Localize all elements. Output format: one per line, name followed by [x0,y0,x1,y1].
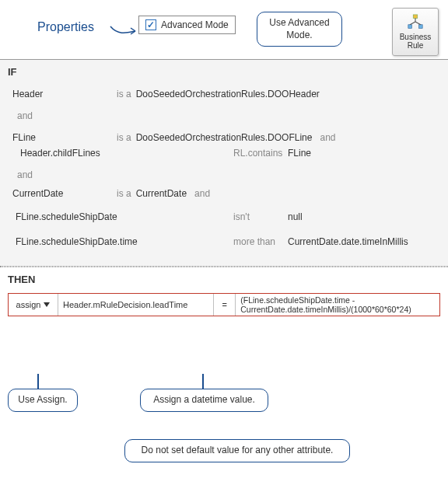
callout-use-assign: Use Assign. [8,389,78,412]
callout-assign-datetime: Assign a datetime value. [140,389,268,412]
advanced-mode-checkbox[interactable]: ✓ Advanced Mode [138,16,236,34]
and-inline: and [320,132,335,143]
cond-op: isn't [233,211,250,222]
cond-var: FLine [8,132,117,143]
and-separator: and [8,169,440,180]
cond-var: Header.childFLines [16,148,124,159]
assign-equals: = [214,294,236,316]
assign-action-dropdown[interactable]: assign [9,294,58,316]
condition-row: FLine is a DooSeededOrchestrationRules.D… [8,132,440,143]
then-title: THEN [8,274,440,285]
callout-advanced-mode: Use Advanced Mode. [257,12,342,47]
cond-val: FLine [288,148,311,159]
and-separator: and [8,110,440,121]
cond-var: FLine.scheduleShipDate.time [16,236,138,247]
cond-op: is a [117,89,131,99]
cond-op: more than [233,236,275,247]
svg-rect-0 [413,15,418,19]
cond-op: RL.contains [233,148,282,159]
connector-line [37,374,39,389]
business-rule-button[interactable]: Business Rule [392,8,439,56]
properties-title: Properties [37,20,94,34]
if-panel: IF Header is a DooSeededOrchestrationRul… [0,59,448,267]
cond-op: is a [117,188,131,199]
advanced-mode-label: Advanced Mode [161,19,229,30]
header-area: Properties ✓ Advanced Mode Use Advanced … [0,0,448,59]
callout-no-default: Do not set default value for any other a… [124,439,350,462]
if-title: IF [8,66,440,78]
condition-row: Header is a DooSeededOrchestrationRules.… [8,89,440,99]
cond-val: null [288,211,303,222]
cond-var: CurrentDate [8,188,117,199]
condition-row: FLine.scheduleShipDate isn't null [8,211,440,225]
cond-op: is a [117,132,131,143]
assign-row: assign Header.mRuleDecision.leadTime = (… [8,293,440,316]
assign-expression[interactable]: (FLine.scheduleShipDate.time - CurrentDa… [236,294,439,316]
business-rule-label: Business Rule [393,33,438,50]
arrow-icon [109,23,138,39]
then-panel: THEN assign Header.mRuleDecision.leadTim… [0,267,448,319]
condition-row: CurrentDate is a CurrentDate and [8,188,440,199]
business-rule-icon [407,14,424,31]
cond-val: DooSeededOrchestrationRules.DOOHeader [136,89,320,99]
condition-row: Header.childFLines RL.contains FLine [8,148,440,162]
checkmark-icon: ✓ [145,19,156,30]
svg-rect-2 [419,25,423,29]
and-inline: and [194,188,210,199]
cond-var: FLine.scheduleShipDate [16,211,117,222]
cond-val: DooSeededOrchestrationRules.DOOFLine [136,132,313,143]
connector-line [202,374,204,389]
assign-label: assign [16,300,41,309]
cond-val: CurrentDate.date.timeInMillis [288,236,408,247]
assign-target[interactable]: Header.mRuleDecision.leadTime [58,294,214,316]
chevron-down-icon [44,302,50,307]
cond-val: CurrentDate [136,188,187,199]
cond-var: Header [8,89,117,99]
condition-row: FLine.scheduleShipDate.time more than Cu… [8,236,440,250]
svg-rect-1 [408,25,412,29]
